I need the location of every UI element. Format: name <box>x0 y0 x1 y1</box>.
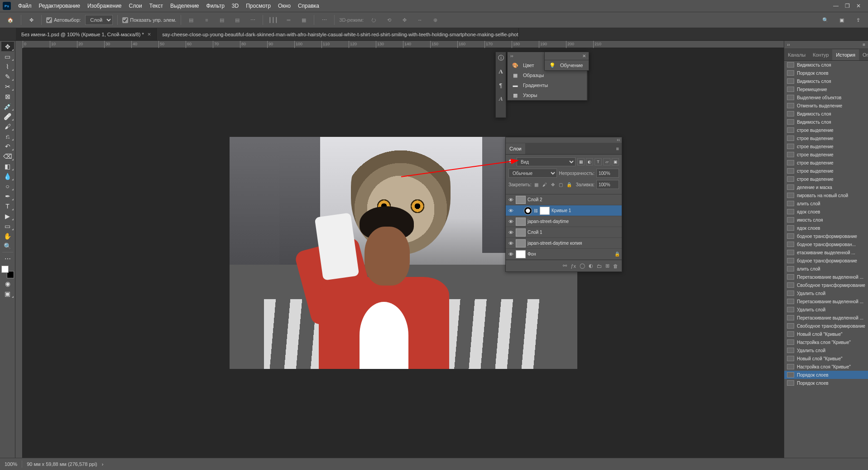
history-brush-tool[interactable]: ↶ <box>1 141 14 151</box>
glyphs-icon[interactable]: A <box>497 95 505 103</box>
quick-selection-tool[interactable]: ✎ <box>1 72 14 81</box>
history-tab-Каналы[interactable]: Каналы <box>784 49 809 60</box>
3d-pan-icon[interactable]: ✥ <box>399 15 410 25</box>
history-item[interactable]: Удалить слой <box>784 305 868 314</box>
color-swatches[interactable] <box>1 266 14 278</box>
align-right-icon[interactable]: ▤ <box>216 15 227 25</box>
vertical-ruler[interactable] <box>15 48 23 458</box>
menu-слои[interactable]: Слои <box>125 1 146 11</box>
history-item[interactable]: строе выделение <box>784 150 868 159</box>
history-item[interactable]: Настройка слоя "Кривые" <box>784 363 868 371</box>
opacity-input[interactable] <box>596 169 619 178</box>
visibility-toggle[interactable]: 👁 <box>508 229 514 236</box>
history-item[interactable]: Перетаскивание выделенной ... <box>784 314 868 322</box>
visibility-toggle[interactable]: 👁 <box>508 218 514 225</box>
history-item[interactable]: бодное трансформирование <box>784 257 868 265</box>
3d-scale-icon[interactable]: ⊕ <box>430 15 441 25</box>
quick-mask-button[interactable]: ◉ <box>1 279 14 288</box>
history-item[interactable]: ядок слоев <box>784 224 868 232</box>
autoselect-checkbox[interactable]: Автовыбор: <box>46 17 81 23</box>
layers-tab[interactable]: Слои <box>506 143 525 154</box>
3d-orbit-icon[interactable]: ⭮ <box>368 15 379 25</box>
marquee-tool[interactable]: ▭ <box>1 52 14 61</box>
history-item[interactable]: бодное трансформирование <box>784 232 868 240</box>
history-item[interactable]: етаскивание выделенной ... <box>784 248 868 257</box>
show-transform-controls-checkbox[interactable]: Показать упр. элем. <box>122 17 176 23</box>
history-item[interactable]: строе выделение <box>784 134 868 142</box>
document-info[interactable]: 90 мм x 59,88 мм (276,578 ppi) <box>27 461 97 467</box>
collapse-icon[interactable]: ‹‹ <box>617 137 620 143</box>
align-top-icon[interactable]: ▤ <box>232 15 243 25</box>
history-item[interactable]: деление и маска <box>784 183 868 191</box>
menu-фильтр[interactable]: Фильтр <box>203 1 228 11</box>
history-item[interactable]: Порядок слоев <box>784 371 868 379</box>
visibility-toggle[interactable]: 👁 <box>508 208 514 214</box>
maximize-button[interactable]: ❐ <box>845 3 850 9</box>
healing-brush-tool[interactable]: 🩹 <box>1 111 14 121</box>
home-button[interactable]: 🏠 <box>5 14 16 26</box>
history-item[interactable]: Перетаскивание выделенной ... <box>784 297 868 305</box>
dodge-tool[interactable]: ○ <box>1 181 14 191</box>
blend-mode-select[interactable]: Обычные <box>508 169 557 178</box>
history-item[interactable]: бодное трансформирован... <box>784 240 868 248</box>
hand-tool[interactable]: ✋ <box>1 231 14 241</box>
link-layers-icon[interactable]: ⚯ <box>563 263 567 269</box>
minimize-button[interactable]: — <box>833 3 839 9</box>
history-item[interactable]: Порядок слоев <box>784 379 868 387</box>
lock-position-icon[interactable]: ✥ <box>550 181 556 188</box>
document-tab[interactable]: say-cheese-close-up-young-beautiful-dark… <box>157 28 519 40</box>
history-item[interactable]: Свободное трансформирование <box>784 322 868 330</box>
lock-artboard-icon[interactable]: ▢ <box>558 181 564 188</box>
history-item[interactable]: Видимость слоя <box>784 77 868 85</box>
doc-info-chevron-icon[interactable]: › <box>102 461 104 467</box>
properties-icon[interactable]: ⓘ <box>497 54 505 62</box>
history-item[interactable]: Видимость слоя <box>784 118 868 126</box>
gradients-panel-tab[interactable]: ▬Градиенты <box>508 80 587 90</box>
autoselect-target-select[interactable]: Слой <box>85 15 113 25</box>
history-item[interactable]: Удалить слой <box>784 289 868 297</box>
ruler-origin[interactable] <box>15 41 23 48</box>
zoom-level[interactable]: 100% <box>5 461 17 467</box>
menu-выделение[interactable]: Выделение <box>167 1 203 11</box>
lasso-tool[interactable]: ⌇ <box>1 62 14 71</box>
shape-tool[interactable]: ▭ <box>1 221 14 231</box>
3d-slide-icon[interactable]: ↔ <box>414 15 425 25</box>
history-tab-Операц[interactable]: Операц <box>859 49 868 60</box>
align-left-icon[interactable]: ▤ <box>186 15 197 25</box>
layer-item[interactable]: 👁Фон🔒 <box>506 249 622 260</box>
swatches-panel-tab[interactable]: ▦Образцы <box>508 70 587 80</box>
history-item[interactable]: имость слоя <box>784 216 868 224</box>
panel-menu-icon[interactable]: ≡ <box>614 146 622 151</box>
menu-3d[interactable]: 3D <box>228 1 242 11</box>
eraser-tool[interactable]: ⌫ <box>1 151 14 161</box>
distribute-v-icon[interactable]: ═ <box>283 15 294 25</box>
history-item[interactable]: Новый слой "Кривые" <box>784 330 868 338</box>
layer-item[interactable]: 👁Слой 1 <box>506 227 622 238</box>
history-item[interactable]: Видимость слоя <box>784 110 868 118</box>
more-options-icon[interactable]: ⋯ <box>319 15 330 25</box>
layer-item[interactable]: 👁⛓Кривые 1 <box>506 205 622 216</box>
distribute-h-icon[interactable]: ┃┃┃ <box>268 15 278 25</box>
history-item[interactable]: Новый слой "Кривые" <box>784 354 868 363</box>
history-item[interactable]: Отменить выделение <box>784 102 868 110</box>
history-item[interactable]: алить слой <box>784 265 868 273</box>
workspace-icon[interactable]: ▣ <box>836 15 847 25</box>
close-window-button[interactable]: ✕ <box>856 3 861 9</box>
zoom-tool[interactable]: 🔍 <box>1 241 14 251</box>
menu-просмотр[interactable]: Просмотр <box>242 1 274 11</box>
3d-roll-icon[interactable]: ⟲ <box>384 15 394 25</box>
filter-shape-icon[interactable]: ▱ <box>603 158 610 165</box>
align-center-h-icon[interactable]: ≡ <box>201 15 212 25</box>
visibility-toggle[interactable]: 👁 <box>508 240 514 247</box>
filter-smart-icon[interactable]: ▣ <box>612 158 619 165</box>
foreground-color[interactable] <box>1 266 9 273</box>
history-item[interactable]: Настройка слоя "Кривые" <box>784 338 868 346</box>
visibility-toggle[interactable]: 👁 <box>508 197 514 203</box>
screen-mode-button[interactable]: ▣ <box>1 289 14 298</box>
lock-image-icon[interactable]: 🖌 <box>542 181 548 188</box>
history-item[interactable]: ядок слоев <box>784 208 868 216</box>
clone-stamp-tool[interactable]: ⎌ <box>1 131 14 141</box>
filter-type-icon[interactable]: T <box>595 158 602 165</box>
new-layer-icon[interactable]: ⊞ <box>605 263 609 269</box>
lock-all-icon[interactable]: 🔒 <box>566 181 572 188</box>
